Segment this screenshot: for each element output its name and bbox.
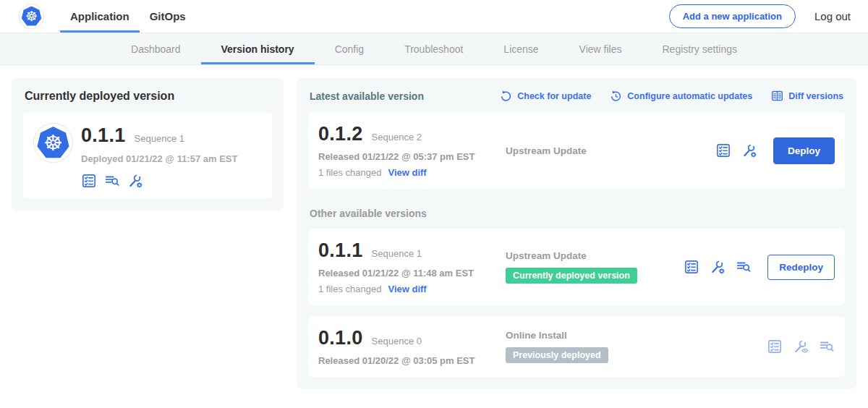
configure-automatic-updates-label: Configure automatic updates [627, 91, 752, 101]
diff-icon [771, 90, 783, 102]
version-card-status: Upstream UpdateCurrently deployed versio… [503, 250, 684, 284]
currently-deployed-title: Currently deployed version [25, 90, 272, 103]
status-badge: Previously deployed [506, 347, 608, 363]
latest-available-title: Latest available version [310, 90, 424, 102]
topbar-right: Add a new application Log out [669, 0, 851, 33]
files-changed-row: 1 files changedView diff [318, 284, 503, 294]
other-available-title: Other available versions [310, 208, 843, 219]
checklist-icon[interactable] [715, 143, 731, 158]
currently-deployed-panel: Currently deployed version ☸ 0.1.1 Seque… [12, 78, 284, 211]
logs-icon[interactable] [736, 259, 752, 275]
files-changed-label: 1 files changed [318, 284, 381, 294]
logs-icon[interactable] [104, 173, 120, 189]
version-card-info: 0.1.1Sequence 1Released 01/21/22 @ 11:48… [318, 239, 503, 294]
files-changed-row: 1 files changedView diff [318, 167, 503, 178]
version-card-actions: Redeploy [684, 255, 835, 280]
kubernetes-logo: ☸ [19, 4, 44, 29]
subnav-tab-view-files[interactable]: View files [559, 33, 642, 64]
logout-button[interactable]: Log out [814, 10, 851, 22]
deploy-button[interactable]: Deploy [773, 137, 835, 164]
files-changed-label: 1 files changed [318, 167, 381, 178]
subnav-tab-registry-settings[interactable]: Registry settings [642, 33, 757, 64]
checklist-icon [767, 339, 783, 354]
status-badge: Currently deployed version [506, 268, 637, 284]
kubernetes-logo-icon: ☸ [22, 7, 42, 27]
redeploy-button[interactable]: Redeploy [767, 255, 835, 280]
deployed-version-card: ☸ 0.1.1 Sequence 1 Deployed 01/21/22 @ 1… [23, 112, 272, 199]
version-card-info: 0.1.2Sequence 2Released 01/21/22 @ 05:37… [318, 123, 503, 178]
configure-automatic-updates-link[interactable]: Configure automatic updates [610, 90, 752, 102]
subnav-tab-config[interactable]: Config [315, 33, 384, 64]
deployed-version-sequence: Sequence 1 [135, 133, 184, 144]
version-card: 0.1.2Sequence 2Released 01/21/22 @ 05:37… [308, 112, 845, 189]
config-gear-icon[interactable] [710, 259, 726, 275]
app-subnav: DashboardVersion historyConfigTroublesho… [0, 33, 868, 65]
latest-card-slot: 0.1.2Sequence 2Released 01/21/22 @ 05:37… [308, 112, 845, 189]
config-gear-icon[interactable] [127, 173, 143, 189]
subnav-tab-dashboard[interactable]: Dashboard [111, 33, 201, 64]
version-card-info: 0.1.0Sequence 0Released 01/20/22 @ 03:05… [318, 327, 503, 366]
released-timestamp: Released 01/21/22 @ 11:48 am EST [318, 268, 503, 279]
add-new-application-button[interactable]: Add a new application [669, 4, 796, 28]
logs-icon [819, 339, 835, 354]
diff-versions-link[interactable]: Diff versions [771, 90, 843, 102]
other-cards-slot: 0.1.1Sequence 1Released 01/21/22 @ 11:48… [308, 229, 845, 377]
version-number: 0.1.2 [318, 123, 363, 145]
version-card-actions [767, 339, 835, 354]
deployed-version-info: 0.1.1 Sequence 1 Deployed 01/21/22 @ 11:… [81, 123, 237, 189]
checklist-icon[interactable] [81, 173, 97, 189]
subnav-tab-license[interactable]: License [483, 33, 558, 64]
view-diff-link[interactable]: View diff [388, 167, 426, 178]
version-card-status: Upstream Update [503, 145, 715, 156]
top-navbar: ☸ ApplicationGitOps Add a new applicatio… [0, 0, 868, 33]
version-number: 0.1.1 [318, 239, 363, 262]
view-diff-link[interactable]: View diff [388, 284, 426, 294]
version-card: 0.1.1Sequence 1Released 01/21/22 @ 11:48… [308, 229, 845, 305]
released-timestamp: Released 01/21/22 @ 05:37 pm EST [318, 151, 503, 162]
version-history-panel: Latest available version Check for updat… [297, 78, 856, 388]
check-for-update-link[interactable]: Check for update [500, 90, 591, 102]
tab-application[interactable]: Application [60, 0, 140, 33]
version-sequence: Sequence 1 [372, 248, 422, 259]
deployed-timestamp: Deployed 01/21/22 @ 11:57 am EST [81, 153, 237, 164]
config-view-icon [793, 339, 809, 354]
version-source: Upstream Update [506, 145, 587, 156]
subnav-tab-version-history[interactable]: Version history [201, 33, 315, 64]
config-gear-icon[interactable] [741, 143, 757, 158]
clock-refresh-icon [610, 90, 622, 102]
latest-version-header: Latest available version Check for updat… [310, 90, 843, 102]
version-number: 0.1.0 [318, 327, 363, 349]
version-card-status: Online InstallPreviously deployed [503, 330, 767, 363]
version-source: Upstream Update [506, 250, 587, 261]
kubernetes-app-icon: ☸ [37, 127, 69, 159]
deployed-version-number: 0.1.1 [81, 124, 126, 147]
refresh-icon [500, 90, 512, 102]
released-timestamp: Released 01/20/22 @ 03:05 pm EST [318, 355, 503, 366]
version-sequence: Sequence 0 [372, 336, 422, 347]
version-sequence: Sequence 2 [372, 132, 422, 143]
checklist-icon[interactable] [684, 259, 699, 275]
version-actions-links: Check for updateConfigure automatic upda… [500, 90, 843, 102]
subnav-tab-troubleshoot[interactable]: Troubleshoot [384, 33, 483, 64]
version-card: 0.1.0Sequence 0Released 01/20/22 @ 03:05… [308, 316, 845, 377]
topbar-tabs: ApplicationGitOps [60, 0, 196, 33]
version-source: Online Install [506, 330, 567, 341]
check-for-update-label: Check for update [517, 91, 591, 101]
deployed-version-actions [81, 173, 237, 189]
version-card-actions: Deploy [715, 137, 835, 164]
main-content: Currently deployed version ☸ 0.1.1 Seque… [0, 65, 868, 388]
app-logo: ☸ [33, 123, 73, 163]
diff-versions-label: Diff versions [788, 91, 843, 101]
tab-gitops[interactable]: GitOps [140, 0, 196, 33]
